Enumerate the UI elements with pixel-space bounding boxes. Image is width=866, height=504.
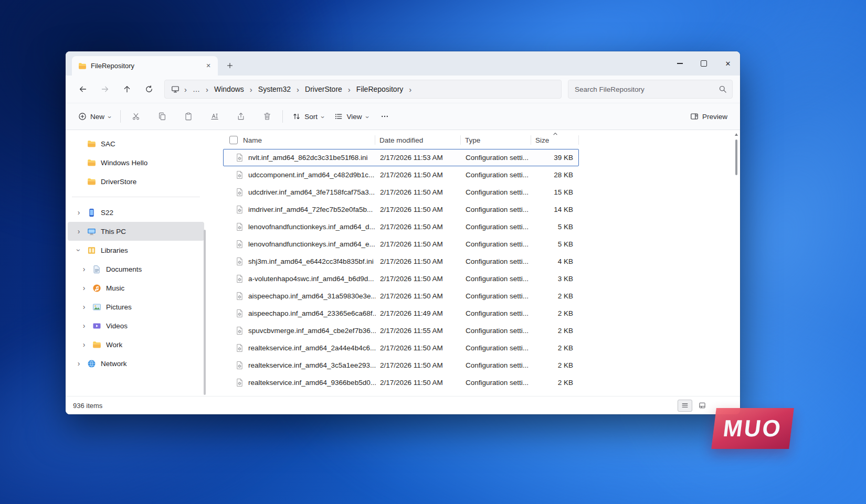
config-file-icon bbox=[235, 326, 244, 335]
share-icon bbox=[237, 112, 245, 121]
chevron-right-icon[interactable] bbox=[74, 209, 83, 216]
chevron-right-icon[interactable] bbox=[79, 265, 89, 273]
sidebar-item-pictures[interactable]: Pictures bbox=[68, 297, 204, 316]
column-label-size: Size bbox=[535, 136, 549, 144]
rename-button[interactable] bbox=[204, 107, 226, 126]
search-box[interactable] bbox=[568, 80, 733, 99]
file-date-modified: 2/17/2026 11:50 AM bbox=[376, 240, 461, 248]
scrollbar-thumb[interactable] bbox=[735, 140, 737, 175]
file-row[interactable]: lenovofnandfunctionkeys.inf_amd64_d...2/… bbox=[223, 218, 579, 235]
details-view-button[interactable] bbox=[678, 400, 692, 412]
file-row[interactable]: nvlt.inf_amd64_862dc3c31be51f68.ini2/17/… bbox=[223, 149, 579, 166]
sidebar-item-videos[interactable]: Videos bbox=[68, 316, 204, 335]
file-row[interactable]: udccomponent.inf_amd64_c482d9b1c...2/17/… bbox=[223, 166, 579, 184]
refresh-button[interactable] bbox=[139, 80, 159, 99]
copy-button[interactable] bbox=[151, 107, 173, 126]
sidebar-item-documents[interactable]: Documents bbox=[68, 260, 204, 278]
large-icons-view-button[interactable] bbox=[695, 400, 710, 412]
tab-close-icon[interactable] bbox=[203, 61, 214, 71]
main-scrollbar[interactable] bbox=[734, 131, 739, 395]
chevron-right-icon[interactable] bbox=[74, 360, 83, 367]
sort-ascending-indicator-icon bbox=[552, 131, 558, 137]
file-size: 5 KB bbox=[532, 223, 579, 231]
file-name: realtekservice.inf_amd64_2a44e4b4c6... bbox=[248, 344, 376, 352]
sidebar-item-music[interactable]: Music bbox=[68, 278, 204, 297]
breadcrumb-item[interactable]: Windows bbox=[213, 84, 245, 94]
chevron-right-icon[interactable] bbox=[79, 303, 89, 310]
file-row[interactable]: aispeechapo.inf_amd64_31a59830e3e...2/17… bbox=[223, 287, 579, 305]
file-row[interactable]: realtekservice.inf_amd64_3c5a1ee293...2/… bbox=[223, 357, 579, 374]
sort-button[interactable]: Sort bbox=[287, 107, 329, 126]
file-row[interactable]: lenovofnandfunctionkeys.inf_amd64_e...2/… bbox=[223, 235, 579, 253]
new-button[interactable]: New bbox=[73, 107, 116, 126]
file-name: lenovofnandfunctionkeys.inf_amd64_d... bbox=[248, 223, 375, 231]
network-icon bbox=[87, 359, 96, 368]
file-row[interactable]: spuvcbvmerge.inf_amd64_cbe2ef7b36...2/17… bbox=[223, 322, 579, 339]
config-file-icon bbox=[235, 292, 244, 301]
sidebar-item-sac[interactable]: SAC bbox=[68, 134, 204, 153]
file-row[interactable]: imdriver.inf_amd64_72fec7b52e0fa5b...2/1… bbox=[223, 201, 579, 218]
chevron-right-icon bbox=[206, 85, 208, 93]
file-row[interactable]: aispeechapo.inf_amd64_23365e6ca68f...2/1… bbox=[223, 305, 579, 322]
sidebar-item-label: Work bbox=[106, 341, 122, 349]
sidebar-item-windows-hello[interactable]: Windows Hello bbox=[68, 153, 204, 172]
file-row[interactable]: a-volutenhapo4swc.inf_amd64_b6d9d...2/17… bbox=[223, 270, 579, 287]
config-file-icon bbox=[235, 378, 244, 387]
pictures-icon bbox=[92, 302, 101, 312]
close-icon bbox=[725, 59, 731, 68]
column-header-name[interactable]: Name bbox=[223, 131, 375, 149]
breadcrumb-item[interactable]: FileRepository bbox=[355, 84, 404, 94]
chevron-right-icon[interactable] bbox=[79, 322, 89, 329]
sidebar-item-libraries[interactable]: Libraries bbox=[68, 241, 204, 260]
select-all-checkbox[interactable] bbox=[229, 136, 238, 144]
scroll-up-arrow-icon[interactable] bbox=[735, 133, 738, 136]
chevron-right-icon[interactable] bbox=[79, 341, 89, 348]
file-type: Configuration setti... bbox=[461, 188, 532, 196]
chevron-placeholder bbox=[74, 140, 83, 147]
file-date-modified: 2/17/2026 11:50 AM bbox=[376, 188, 461, 196]
tab-filerepository[interactable]: FileRepository bbox=[72, 56, 218, 76]
delete-button[interactable] bbox=[256, 107, 278, 126]
file-row[interactable]: realtekservice.inf_amd64_2a44e4b4c6...2/… bbox=[223, 339, 579, 357]
breadcrumb-overflow-button[interactable]: … bbox=[192, 85, 201, 93]
new-tab-button[interactable] bbox=[222, 58, 238, 73]
column-header-type[interactable]: Type bbox=[461, 131, 531, 149]
sidebar-item-network[interactable]: Network bbox=[68, 354, 204, 373]
chevron-down-icon[interactable] bbox=[74, 246, 83, 254]
config-file-icon bbox=[235, 344, 244, 352]
preview-button[interactable]: Preview bbox=[685, 107, 733, 126]
sidebar-scrollbar-thumb[interactable] bbox=[204, 230, 206, 395]
share-button[interactable] bbox=[230, 107, 252, 126]
file-size: 2 KB bbox=[532, 292, 579, 300]
back-button[interactable] bbox=[73, 80, 93, 99]
column-header-size[interactable]: Size bbox=[531, 131, 579, 149]
file-size: 2 KB bbox=[532, 361, 579, 369]
view-button[interactable]: View bbox=[329, 107, 373, 126]
chevron-right-icon[interactable] bbox=[74, 228, 83, 235]
forward-button[interactable] bbox=[95, 80, 115, 99]
breadcrumb-item[interactable]: System32 bbox=[257, 84, 292, 94]
sidebar-item-driverstore[interactable]: DriverStore bbox=[68, 172, 204, 191]
up-button[interactable] bbox=[117, 80, 137, 99]
column-header-date-modified[interactable]: Date modified bbox=[375, 131, 461, 149]
file-size: 2 KB bbox=[532, 379, 579, 387]
search-input[interactable] bbox=[574, 85, 719, 94]
file-row[interactable]: udcdriver.inf_amd64_3fe7158fcaf75a3...2/… bbox=[223, 184, 579, 201]
maximize-button[interactable] bbox=[692, 51, 716, 76]
sidebar-item-s22[interactable]: S22 bbox=[68, 203, 204, 222]
folder-icon bbox=[87, 158, 96, 167]
muo-watermark: MUO bbox=[711, 408, 794, 449]
file-row[interactable]: realtekservice.inf_amd64_9366beb5d0...2/… bbox=[223, 374, 579, 391]
new-button-label: New bbox=[90, 113, 104, 121]
chevron-right-icon[interactable] bbox=[79, 284, 89, 292]
address-bar[interactable]: … WindowsSystem32DriverStoreFileReposito… bbox=[164, 80, 562, 99]
file-row[interactable]: shj3m.inf_amd64_e6442cc3f4b835bf.ini2/17… bbox=[223, 253, 579, 270]
more-options-button[interactable] bbox=[374, 107, 396, 126]
sidebar-item-this-pc[interactable]: This PC bbox=[68, 222, 204, 241]
paste-button[interactable] bbox=[177, 107, 199, 126]
close-button[interactable] bbox=[716, 51, 740, 76]
minimize-button[interactable] bbox=[668, 51, 692, 76]
sidebar-item-work[interactable]: Work bbox=[68, 335, 204, 354]
cut-button[interactable] bbox=[125, 107, 147, 126]
breadcrumb-item[interactable]: DriverStore bbox=[304, 84, 343, 94]
